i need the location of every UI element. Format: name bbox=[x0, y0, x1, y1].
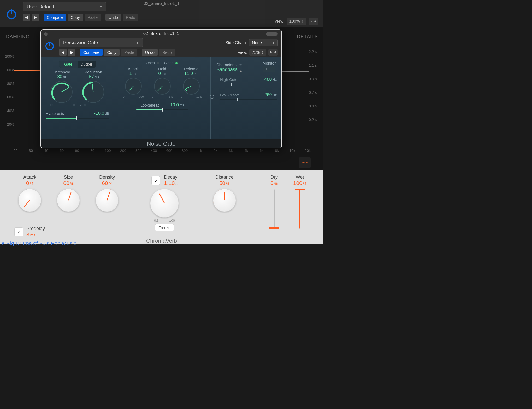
cv-attack-label: Attack bbox=[10, 174, 49, 180]
ng-header: 02_Snare_Intro1_1 Percussion Gate ▼ Side… bbox=[41, 30, 281, 57]
hold-value[interactable]: 0 bbox=[158, 71, 161, 76]
cv-distance-label: Distance bbox=[203, 174, 246, 180]
prev-preset-button[interactable]: ◀ bbox=[23, 14, 30, 21]
power-icon bbox=[44, 40, 55, 51]
view-zoom-value: 100% bbox=[289, 19, 300, 24]
highcut-value[interactable]: 480 bbox=[264, 77, 272, 82]
ng-prev-button[interactable]: ◀ bbox=[59, 49, 67, 56]
decay-sync-button[interactable]: ♪ bbox=[151, 176, 160, 185]
highcut-slider[interactable] bbox=[220, 84, 277, 84]
cv-size-knob[interactable] bbox=[57, 189, 80, 212]
release-value[interactable]: 11.0 bbox=[184, 71, 193, 76]
compare-button[interactable]: Compare bbox=[44, 14, 66, 21]
mode-tabs: Gate Ducker bbox=[59, 61, 96, 68]
characteristics-select[interactable]: Bandpass ▲▼ bbox=[216, 67, 242, 73]
ng-copy-button[interactable]: Copy bbox=[104, 49, 120, 56]
close-window-button[interactable] bbox=[44, 32, 48, 36]
next-preset-button[interactable]: ▶ bbox=[32, 14, 39, 21]
lookahead-label: Lookahead bbox=[140, 103, 160, 107]
undo-button[interactable]: Undo bbox=[105, 14, 121, 21]
lowcut-slider[interactable] bbox=[220, 99, 277, 100]
ng-next-button[interactable]: ▶ bbox=[68, 49, 75, 56]
threshold-knob[interactable] bbox=[51, 81, 73, 103]
lookahead-slider[interactable] bbox=[136, 109, 188, 110]
release-knob[interactable] bbox=[183, 78, 200, 95]
cv-distance-value[interactable]: 50 bbox=[219, 180, 225, 186]
reduction-value[interactable]: -57 bbox=[88, 74, 94, 79]
ng-compare-button[interactable]: Compare bbox=[80, 49, 103, 56]
ng-link-button[interactable] bbox=[268, 49, 278, 56]
ng-undo-button[interactable]: Undo bbox=[142, 49, 158, 56]
ng-view-zoom[interactable]: 75% ▲▼ bbox=[249, 49, 266, 56]
ng-preset-select[interactable]: Percussion Gate ▼ bbox=[59, 38, 143, 47]
sidechain-select[interactable]: None ▲▼ bbox=[249, 39, 278, 46]
freeze-button[interactable]: Freeze bbox=[155, 224, 174, 231]
hysteresis-value[interactable]: -10.0 bbox=[94, 111, 104, 116]
redo-button[interactable]: Redo bbox=[123, 14, 138, 21]
outer-preset-select[interactable]: User Default ▼ bbox=[23, 2, 106, 11]
threshold-label: Threshold bbox=[46, 70, 77, 74]
paste-button[interactable]: Paste bbox=[85, 14, 101, 21]
lowcut-label: Low Cutoff bbox=[220, 93, 239, 97]
release-label: Release bbox=[178, 67, 204, 71]
cv-attack-value[interactable]: 0 bbox=[26, 180, 29, 186]
cv-dry-value[interactable]: 0 bbox=[270, 180, 274, 186]
damping-label: DAMPING bbox=[6, 34, 30, 39]
power-icon bbox=[209, 94, 215, 100]
damping-curve-right-gray[interactable] bbox=[280, 71, 309, 72]
lookahead-value[interactable]: 10.0 bbox=[170, 102, 179, 107]
outer-preset-label: User Default bbox=[27, 4, 54, 10]
hold-knob[interactable] bbox=[154, 78, 171, 95]
cv-distance-knob[interactable] bbox=[213, 189, 236, 212]
cv-decay-label: Decay bbox=[164, 174, 177, 180]
svg-point-14 bbox=[305, 160, 305, 161]
outer-power-button[interactable] bbox=[5, 8, 18, 21]
attack-value[interactable]: 1 bbox=[129, 71, 132, 76]
footer-link[interactable]: e Big Drums of 80's Pop Music bbox=[0, 239, 78, 248]
monitor-label: Monitor bbox=[263, 61, 276, 65]
copy-button[interactable]: Copy bbox=[68, 14, 83, 21]
chevron-down-icon: ▼ bbox=[99, 5, 102, 8]
cv-size-value[interactable]: 60 bbox=[63, 180, 69, 186]
svg-point-15 bbox=[305, 165, 305, 165]
note-icon: ♪ bbox=[18, 229, 20, 235]
tab-ducker[interactable]: Ducker bbox=[78, 61, 96, 68]
cv-attack-knob[interactable] bbox=[18, 189, 41, 212]
threshold-value[interactable]: -30 bbox=[56, 74, 62, 79]
window-handle[interactable] bbox=[266, 32, 278, 36]
link-button[interactable] bbox=[309, 18, 318, 25]
lowcut-value[interactable]: 260 bbox=[264, 92, 272, 97]
svg-point-9 bbox=[306, 161, 306, 162]
sidechain-value: None bbox=[252, 40, 262, 45]
damping-curve-right[interactable] bbox=[280, 81, 309, 81]
damping-curve-left[interactable] bbox=[14, 70, 40, 71]
visualizer-button[interactable] bbox=[299, 157, 311, 168]
cv-decay-knob[interactable] bbox=[150, 189, 179, 218]
cv-decay-value[interactable]: 1.10 bbox=[164, 180, 175, 186]
characteristics-label: Characteristics bbox=[216, 62, 242, 67]
attack-knob[interactable] bbox=[125, 78, 142, 95]
filter-power-button[interactable] bbox=[209, 94, 215, 101]
monitor-toggle[interactable]: OFF bbox=[263, 66, 275, 72]
cv-predelay-value[interactable]: 8 bbox=[26, 231, 29, 237]
tab-gate[interactable]: Gate bbox=[59, 61, 78, 68]
chromaverb-title: ChromaVerb bbox=[146, 238, 177, 244]
cv-dry-label: Dry bbox=[261, 174, 287, 180]
ng-power-button[interactable] bbox=[44, 40, 55, 52]
outer-track-title: 02_Snare_Intro1_1 bbox=[144, 1, 180, 6]
cv-dry-slider[interactable] bbox=[274, 189, 275, 229]
ng-paste-button[interactable]: Paste bbox=[121, 49, 137, 56]
cv-wet-slider[interactable] bbox=[299, 189, 300, 229]
hysteresis-slider[interactable] bbox=[46, 118, 109, 119]
reduction-knob[interactable] bbox=[82, 81, 104, 103]
attack-knob-block: Attack 1ms 0100 bbox=[120, 67, 146, 98]
cv-density-value[interactable]: 60 bbox=[102, 180, 108, 186]
chevron-down-icon: ▼ bbox=[136, 41, 139, 44]
predelay-sync-button[interactable]: ♪ bbox=[14, 227, 23, 236]
cv-density-knob[interactable] bbox=[96, 189, 119, 212]
ng-redo-button[interactable]: Redo bbox=[159, 49, 175, 56]
view-zoom-select[interactable]: 100% ▲▼ bbox=[287, 18, 306, 25]
reduction-label: Reduction bbox=[78, 70, 109, 74]
cv-wet-value[interactable]: 100 bbox=[293, 180, 302, 186]
svg-line-27 bbox=[24, 200, 30, 207]
